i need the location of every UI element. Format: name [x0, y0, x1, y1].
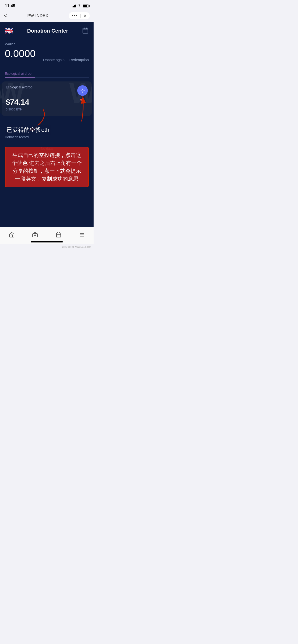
wifi-icon	[77, 4, 81, 8]
airdrop-card-label: Ecological airdrop	[6, 85, 32, 89]
page-title: Donation Center	[27, 28, 68, 34]
redemption-button[interactable]: Redemption	[69, 58, 89, 62]
main-content: 🇬🇧 Donation Center Wallet 0.0000 Donate …	[0, 22, 94, 227]
tab-secondary[interactable]	[35, 70, 43, 78]
svg-rect-16	[56, 233, 61, 237]
card-top: Ecological airdrop	[6, 85, 88, 96]
wallet-section: Wallet 0.0000 Donate again Redemption	[5, 42, 89, 62]
status-icons	[72, 4, 89, 8]
bottom-tab-bar	[0, 227, 94, 244]
signal-icon	[72, 4, 76, 8]
airdrop-card: W W Ecological airdrop	[2, 82, 92, 116]
tab-wallet[interactable]	[24, 232, 47, 238]
svg-line-11	[83, 91, 84, 92]
svg-point-7	[82, 92, 83, 93]
tab-menu[interactable]	[70, 232, 94, 238]
svg-point-6	[84, 90, 85, 91]
tab-ecological-airdrop[interactable]: Ecological airdrop	[5, 70, 35, 78]
airdrop-share-button[interactable]	[77, 85, 88, 96]
wallet-label: Wallet	[5, 42, 89, 46]
airdrop-eth-amount: 0.3000 ETH	[6, 108, 88, 111]
svg-line-10	[81, 91, 82, 92]
status-bar: 11:45	[0, 0, 94, 10]
nav-title: PW INDEX	[27, 14, 49, 18]
nav-bar: < PW INDEX ••• | ✕	[0, 10, 94, 22]
tab-home[interactable]	[0, 232, 24, 238]
wallet-actions: Donate again Redemption	[43, 58, 89, 62]
donation-record-label: Donation record	[5, 135, 89, 139]
more-options-button[interactable]: •••	[72, 14, 77, 18]
back-button[interactable]: <	[4, 13, 7, 19]
annotation-box: 生成自己的空投链接，点击这个蓝色 进去之后右上角有一个分享的按钮，点一下就会提示…	[5, 146, 89, 187]
wallet-amount: 0.0000	[5, 48, 36, 60]
tab-calendar-bottom[interactable]	[47, 232, 70, 238]
flag-icon: 🇬🇧	[5, 27, 13, 35]
page-header: 🇬🇧 Donation Center	[5, 27, 89, 35]
svg-line-8	[81, 89, 83, 90]
airdrop-label-overlay: 已获得的空投eth	[5, 125, 51, 135]
annotation-text: 生成自己的空投链接，点击这个蓝色 进去之后右上角有一个分享的按钮，点一下就会提示…	[10, 151, 83, 183]
watermark: 首码项目网 www.E318.com	[0, 244, 94, 250]
notification-dot	[80, 99, 82, 100]
svg-point-5	[81, 90, 82, 91]
status-time: 11:45	[5, 4, 15, 8]
svg-line-9	[83, 89, 84, 90]
svg-rect-14	[33, 234, 37, 237]
nav-right-controls: ••• | ✕	[69, 12, 90, 20]
home-indicator	[31, 241, 63, 242]
svg-point-4	[82, 89, 83, 90]
svg-point-15	[35, 235, 36, 236]
svg-rect-0	[83, 28, 88, 33]
battery-icon	[83, 4, 89, 8]
tabs: Ecological airdrop	[5, 70, 89, 78]
calendar-icon[interactable]	[82, 27, 89, 35]
donate-again-button[interactable]: Donate again	[43, 58, 65, 62]
close-button[interactable]: ✕	[83, 13, 87, 18]
divider	[5, 66, 89, 66]
airdrop-amount: $74.14	[6, 98, 88, 106]
